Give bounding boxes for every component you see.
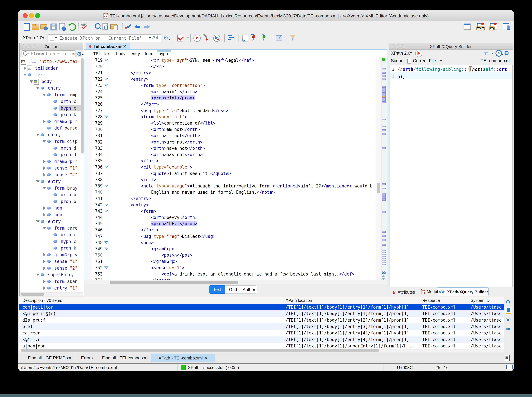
- code-line-753[interactable]: <def>a drink, esp. an alcoholic one: we …: [110, 272, 355, 277]
- code-line-728[interactable]: <form type="full">: [110, 114, 187, 119]
- code-line-741[interactable]: </entry>: [110, 196, 151, 201]
- outline-item-pron[interactable]: pron b: [20, 198, 83, 205]
- outline-item-pron[interactable]: pron d: [20, 151, 83, 158]
- next-result-icon[interactable]: [382, 278, 385, 280]
- xml-refactoring-icon[interactable]: ↳: [241, 34, 249, 42]
- outline-item-gramGrp[interactable]: gramGrp r: [20, 118, 83, 125]
- fold-arrow-icon[interactable]: [104, 78, 108, 81]
- outline-item-entry[interactable]: entry: [20, 218, 83, 225]
- outline-item-hyph[interactable]: hyph c: [20, 238, 83, 245]
- outline-item-gramGrp[interactable]: gramGrp v: [20, 252, 83, 258]
- fold-arrow-icon[interactable]: [104, 184, 108, 188]
- view-button-author[interactable]: Author: [241, 285, 257, 294]
- breadcrumb-item-body[interactable]: body: [116, 51, 125, 56]
- result-marker[interactable]: [382, 262, 385, 263]
- history-clock-icon[interactable]: [495, 50, 502, 57]
- result-row[interactable]: k@"ri:n/TEI[1]/text[1]/body[1]/entry[4]/…: [19, 336, 504, 343]
- result-row[interactable]: dIs"pru:f/TEI[1]/text[1]/body[1]/entry[2…: [19, 317, 504, 323]
- expand-arrow-open[interactable]: [36, 180, 40, 183]
- result-marker[interactable]: [382, 252, 385, 253]
- outline-item-pron[interactable]: pron k: [20, 245, 83, 251]
- forward-icon[interactable]: [143, 23, 151, 31]
- debug-transformation-icon[interactable]: [213, 34, 220, 42]
- result-marker[interactable]: [382, 250, 385, 251]
- database-view-icon[interactable]: [503, 23, 510, 31]
- outline-item-TEI[interactable]: TEITEI "http://www.tei-: [20, 58, 83, 65]
- new-document-icon[interactable]: [23, 23, 31, 31]
- result-marker[interactable]: [382, 87, 385, 89]
- expand-arrow-closed[interactable]: [43, 160, 46, 163]
- back-icon[interactable]: [134, 23, 141, 31]
- editor-horizontal-scrollbar[interactable]: [84, 280, 387, 285]
- outline-item-sense[interactable]: sense "2": [20, 265, 83, 271]
- find-icon[interactable]: [94, 23, 102, 31]
- result-marker[interactable]: [382, 195, 385, 197]
- code-line-724[interactable]: <orth>ain't</orth>: [110, 89, 197, 94]
- code-line-722[interactable]: <entry>: [110, 77, 148, 82]
- result-marker[interactable]: [382, 147, 385, 149]
- bottom-tab-1[interactable]: Find all - GE.RKMD.xml: [21, 354, 80, 362]
- outline-item-orth[interactable]: orth d: [20, 145, 83, 151]
- result-marker[interactable]: [382, 126, 385, 127]
- result-marker[interactable]: [382, 231, 385, 233]
- expand-arrow-open[interactable]: [43, 227, 46, 230]
- result-marker[interactable]: [382, 97, 385, 99]
- fold-arrow-icon[interactable]: [104, 165, 108, 169]
- code-line-727[interactable]: <usg type="reg">Not standard</usg>: [110, 108, 228, 113]
- code-line-726[interactable]: </form>: [110, 102, 159, 107]
- outline-item-orth[interactable]: orth c: [20, 98, 83, 105]
- expand-arrow-closed[interactable]: [43, 173, 46, 177]
- outline-item-form[interactable]: form comp: [20, 92, 83, 98]
- save-icon[interactable]: [50, 23, 57, 31]
- code-line-731[interactable]: <orth>is not</orth>: [110, 133, 200, 138]
- code-line-745[interactable]: <pron>"bEvI</pron>: [110, 221, 197, 226]
- tab-xpath-xquery-builder[interactable]: //★XPath/XQuery Builder: [437, 287, 489, 296]
- result-row[interactable]: ca|reen/TEI[1]/text[1]/body[1]/entry[4]/…: [19, 330, 504, 336]
- xpath-history-caret[interactable]: [149, 37, 151, 39]
- code-line-738[interactable]: </cit>: [110, 177, 156, 182]
- result-marker[interactable]: [382, 89, 385, 91]
- outline-item-entry[interactable]: entry "1": [20, 285, 83, 291]
- expand-arrow-open[interactable]: [36, 87, 40, 89]
- go-to-definition-icon[interactable]: *: [125, 23, 132, 31]
- expand-arrow-closed[interactable]: [43, 286, 46, 290]
- code-line-743[interactable]: <form>: [110, 209, 156, 214]
- breadcrumb-item-text[interactable]: text: [104, 51, 110, 56]
- result-marker[interactable]: [382, 258, 385, 259]
- code-line-723[interactable]: <form type="contraction">: [110, 83, 205, 88]
- results-col-xpath[interactable]: XPath location: [286, 298, 312, 303]
- open-url-icon[interactable]: [40, 23, 48, 31]
- code-line-746[interactable]: </form>: [110, 228, 159, 232]
- xpath-builder-icon[interactable]: //★: [153, 35, 159, 40]
- xpath-settings-gear-icon[interactable]: ⚙: [163, 34, 171, 42]
- xslt-debugger-icon[interactable]: XSLT: [477, 23, 484, 31]
- outline-item-def[interactable]: def perso: [20, 125, 83, 131]
- breadcrumb-item-form[interactable]: form: [145, 51, 153, 56]
- result-marker[interactable]: [382, 199, 385, 201]
- check-spelling-icon[interactable]: ABC: [81, 23, 88, 31]
- code-line-720[interactable]: </xr>: [110, 64, 164, 69]
- result-marker[interactable]: [382, 91, 385, 93]
- result-marker[interactable]: [382, 197, 385, 199]
- result-marker[interactable]: [382, 129, 385, 131]
- view-button-grid[interactable]: Grid: [225, 285, 241, 294]
- result-marker[interactable]: [382, 183, 385, 185]
- xquery-debugger-icon[interactable]: XQ: [489, 23, 497, 31]
- code-line-751[interactable]: </gramGrp>: [110, 259, 177, 264]
- result-row[interactable]: a|ban|don/TEI[1]/text[1]/body[1]/superEn…: [19, 343, 504, 349]
- editor-tab-close-icon[interactable]: ✕: [123, 44, 126, 49]
- result-marker[interactable]: [382, 99, 385, 101]
- code-line-740[interactable]: English and never used in formal English…: [110, 190, 275, 195]
- highlight-results-icon[interactable]: [505, 307, 512, 315]
- element-name-filter-input[interactable]: Element name filter: [22, 50, 76, 57]
- expand-arrow-open[interactable]: [43, 187, 46, 189]
- expand-arrow-closed[interactable]: [43, 166, 46, 170]
- outline-item-hom[interactable]: hom: [20, 205, 83, 211]
- xpath-version-dropdown-caret[interactable]: [42, 37, 45, 39]
- result-marker[interactable]: [382, 94, 385, 96]
- scope-value[interactable]: Current File: [413, 58, 436, 63]
- zoom-window-button[interactable]: [35, 13, 40, 18]
- editor-tab[interactable]: TEI-combo.xml ✕: [86, 43, 130, 50]
- expand-arrow-open[interactable]: [36, 134, 40, 136]
- status-bubble-icon[interactable]: [506, 365, 513, 369]
